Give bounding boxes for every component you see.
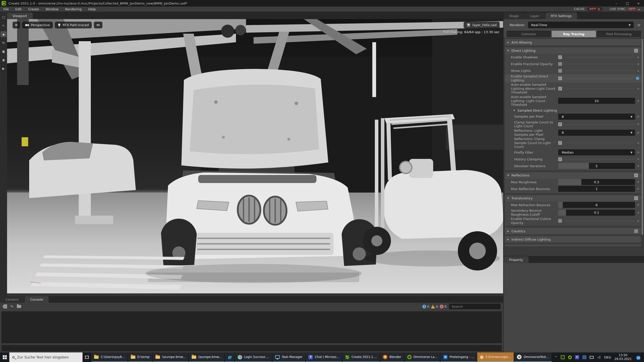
checkbox[interactable] [558,69,562,73]
edit-log-icon[interactable]: ✎ [10,304,14,308]
checkbox[interactable]: ✓ [558,87,562,90]
reset-indicator[interactable] [637,57,639,58]
play-tool[interactable]: ▶ [1,65,7,71]
keyboard-language[interactable]: DEU [604,355,611,359]
taskbar-item-teams[interactable]: Chat | Microso... [306,352,342,362]
reset-indicator[interactable] [637,220,639,222]
menu-create[interactable]: Create [25,7,42,12]
section-header[interactable]: ▶Caustics [505,228,641,234]
checkbox[interactable]: ✓ [558,122,562,126]
checkbox[interactable]: ✓ [558,76,562,80]
value-field[interactable]: 10 [558,98,635,104]
capture-tool[interactable]: ◉ [1,57,7,63]
taskbar-item-unreal[interactable]: OmniverseTest... [514,352,551,362]
info-counter[interactable]: i0 [422,305,429,308]
taskbar-item-create[interactable]: Create 2021.1.... [342,352,380,362]
select-tool[interactable]: ▢ [1,14,7,20]
reset-indicator[interactable] [637,123,639,125]
tray-chevron-up-icon[interactable]: ⌃ [555,355,557,359]
menu-window[interactable]: Window [42,7,62,12]
subsection-header[interactable]: ▼Sampled Direct Lighting [505,107,641,113]
reset-indicator[interactable] [637,88,639,89]
reset-indicator[interactable] [637,132,639,133]
nvidia-tray-icon[interactable] [561,355,565,359]
clock[interactable]: 13:50 29.03.2021 [614,353,632,361]
section-header[interactable]: ▶Indirect Diffuse Lighting [505,236,641,243]
reset-indicator[interactable] [637,188,639,190]
console-search-input[interactable] [449,304,501,309]
task-view-button[interactable] [83,352,91,362]
taskbar-search[interactable] [9,352,83,362]
viewport-settings-button[interactable]: ⚙ [13,22,20,28]
renderer-menu-icon[interactable]: ≡ [637,23,640,27]
reset-indicator[interactable] [637,63,639,65]
mode-common[interactable]: Common [507,31,551,37]
start-button[interactable] [0,352,9,362]
reset-indicator[interactable] [637,158,639,160]
live-sync-value[interactable]: OFF [628,7,635,11]
console-input-area[interactable] [1,345,502,351]
warning-counter[interactable]: !0 [431,305,438,308]
tab-rtx-settings[interactable]: RTX Settings [545,13,577,19]
mode-ray-tracing[interactable]: Ray Tracing [552,31,596,37]
app-tray-icon[interactable] [582,355,586,359]
open-log-folder-icon[interactable] [17,305,21,308]
tab-stage[interactable]: Stage [504,13,524,19]
section-checkbox[interactable]: ✓ [634,196,638,200]
teams-tray-icon[interactable] [575,355,579,359]
reset-indicator[interactable] [637,204,639,206]
taskbar-item-outlook[interactable]: Posteingang - ... [440,352,477,362]
dropdown[interactable]: Median▼ [558,149,635,155]
snapshot-tool[interactable]: ▣ [1,48,7,54]
viewport-3d-scene[interactable]: ⚙ Perspective RTX Path-traced [7,19,503,293]
checkbox[interactable]: ✓ [558,55,562,59]
tab-property[interactable]: Property [504,256,529,263]
modified-indicator[interactable] [636,77,639,80]
section-header[interactable]: ▼Reflections✓ [505,172,641,179]
cursor-tool[interactable]: ↖ [1,23,7,29]
move-tool[interactable]: ◈ [1,31,7,37]
reset-indicator[interactable] [637,152,639,153]
slider[interactable]: 0.1 [558,210,635,216]
taskbar-item-ie[interactable] [225,352,234,362]
menu-rendering[interactable]: Rendering [62,7,85,12]
layer-badge[interactable]: layer_Felix.usd [464,22,500,28]
section-checkbox[interactable]: ✓ [634,173,638,177]
section-header[interactable]: ▼Direct Lighting✓ [505,47,641,54]
checkbox[interactable]: ✓ [558,157,562,161]
error-counter[interactable]: ×0 [440,305,447,308]
tab-layer[interactable]: Layer [525,13,545,19]
slider[interactable]: 6 [558,202,635,208]
taskbar-item-folder[interactable]: D:\temp [128,352,152,362]
taskbar-item-folder[interactable]: \\europe.bmw... [153,352,188,362]
camera-mode-button[interactable]: Perspective [22,22,53,28]
settings-scrollbar[interactable] [641,39,643,235]
menu-help[interactable]: Help [85,7,99,12]
reset-indicator[interactable] [637,116,639,117]
menu-edit[interactable]: Edit [12,7,25,12]
taskbar-item-chrome[interactable]: Login Success ... [235,352,272,362]
taskbar-item-bell[interactable]: 5 Erinnerung(e... [477,352,514,362]
section-checkbox[interactable] [634,229,638,233]
checkbox[interactable]: ✓ [558,141,562,145]
dropdown[interactable]: 8▼ [558,114,635,120]
omniverse-tray-icon[interactable] [568,355,572,359]
taskbar-item-taskmgr[interactable]: Task-Manager [272,352,305,362]
checkbox[interactable] [558,62,562,66]
slider[interactable]: 0.3 [558,179,635,185]
section-header[interactable]: ▼Translucency✓ [505,195,641,202]
notification-center-button[interactable]: 10 [635,354,641,360]
clear-console-icon[interactable]: × [3,304,7,308]
reset-indicator[interactable] [637,100,639,102]
reset-indicator[interactable] [637,181,639,183]
network-display-icon[interactable] [590,356,594,359]
menu-file[interactable]: File [0,7,12,12]
close-button[interactable]: × [633,0,644,7]
taskbar-item-folder[interactable]: \\europe.bmw... [189,352,224,362]
tab-console[interactable]: Console [25,296,49,303]
rotate-tool[interactable]: ↻ [1,40,7,46]
reset-indicator[interactable] [637,142,639,144]
mode-post-processing[interactable]: Post Processing [597,31,641,37]
checkbox[interactable] [558,219,562,223]
taskbar-search-input[interactable] [17,355,79,359]
